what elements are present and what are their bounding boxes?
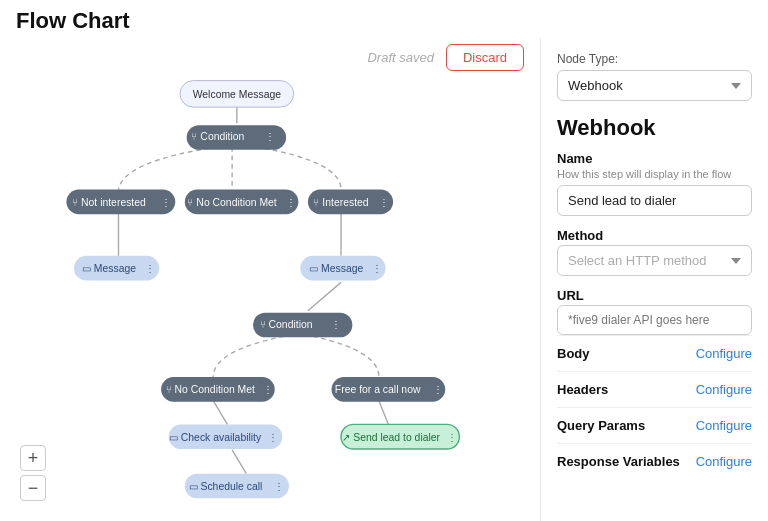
svg-text:⑂ No Condition Met: ⑂ No Condition Met bbox=[187, 197, 276, 208]
svg-text:⋮: ⋮ bbox=[263, 384, 273, 395]
svg-line-3 bbox=[308, 282, 341, 310]
body-label: Body bbox=[557, 346, 590, 361]
panel-section-title: Webhook bbox=[557, 115, 752, 141]
headers-config-row: Headers Configure bbox=[557, 371, 752, 407]
name-field-label: Name bbox=[557, 151, 752, 166]
discard-button[interactable]: Discard bbox=[446, 44, 524, 71]
name-field-hint: How this step will display in the flow bbox=[557, 168, 752, 180]
svg-text:⑂ Condition: ⑂ Condition bbox=[191, 131, 244, 142]
headers-label: Headers bbox=[557, 382, 608, 397]
svg-text:⋮: ⋮ bbox=[447, 432, 457, 443]
response-vars-label: Response Variables bbox=[557, 454, 680, 469]
query-params-label: Query Params bbox=[557, 418, 645, 433]
svg-text:⋮: ⋮ bbox=[274, 481, 284, 492]
svg-text:⑂ No Condition Met: ⑂ No Condition Met bbox=[166, 384, 255, 395]
svg-text:⋮: ⋮ bbox=[372, 263, 382, 274]
node-type-select[interactable]: Webhook bbox=[557, 70, 752, 101]
page-title: Flow Chart bbox=[16, 8, 130, 34]
svg-text:▭ Check availability: ▭ Check availability bbox=[169, 432, 262, 443]
svg-text:⋮: ⋮ bbox=[161, 197, 171, 208]
svg-text:↗ Send lead to dialer: ↗ Send lead to dialer bbox=[342, 432, 440, 443]
svg-text:⑂ Free for a call now: ⑂ Free for a call now bbox=[326, 384, 421, 395]
headers-configure-link[interactable]: Configure bbox=[696, 382, 752, 397]
header: Flow Chart bbox=[0, 0, 768, 38]
url-input[interactable] bbox=[557, 305, 752, 335]
query-params-configure-link[interactable]: Configure bbox=[696, 418, 752, 433]
canvas-toolbar: Draft saved Discard bbox=[367, 44, 524, 71]
right-panel: Node Type: Webhook Webhook Name How this… bbox=[540, 38, 768, 521]
zoom-controls: + − bbox=[20, 445, 46, 501]
svg-text:⑂ Interested: ⑂ Interested bbox=[313, 197, 368, 208]
flow-canvas: Draft saved Discard bbox=[0, 38, 540, 521]
svg-line-6 bbox=[232, 450, 246, 474]
svg-text:⑂ Not interested: ⑂ Not interested bbox=[72, 197, 146, 208]
main-layout: Draft saved Discard bbox=[0, 38, 768, 521]
url-field-label: URL bbox=[557, 288, 752, 303]
response-vars-config-row: Response Variables Configure bbox=[557, 443, 752, 479]
svg-text:▭ Message: ▭ Message bbox=[309, 263, 363, 274]
svg-line-4 bbox=[213, 401, 227, 425]
response-vars-configure-link[interactable]: Configure bbox=[696, 454, 752, 469]
svg-text:▭ Schedule call: ▭ Schedule call bbox=[189, 481, 263, 492]
body-config-row: Body Configure bbox=[557, 335, 752, 371]
svg-text:Welcome Message: Welcome Message bbox=[193, 89, 282, 100]
svg-text:⋮: ⋮ bbox=[433, 384, 443, 395]
svg-text:⋮: ⋮ bbox=[268, 432, 278, 443]
query-params-config-row: Query Params Configure bbox=[557, 407, 752, 443]
body-configure-link[interactable]: Configure bbox=[696, 346, 752, 361]
name-input[interactable] bbox=[557, 185, 752, 216]
svg-text:⑂ Condition: ⑂ Condition bbox=[260, 319, 313, 330]
svg-text:⋮: ⋮ bbox=[286, 197, 296, 208]
svg-text:▭ Message: ▭ Message bbox=[82, 263, 136, 274]
svg-text:⋮: ⋮ bbox=[331, 319, 341, 330]
zoom-out-button[interactable]: − bbox=[20, 475, 46, 501]
svg-text:⋮: ⋮ bbox=[379, 197, 389, 208]
node-type-label: Node Type: bbox=[557, 52, 752, 66]
zoom-in-button[interactable]: + bbox=[20, 445, 46, 471]
draft-saved-label: Draft saved bbox=[367, 50, 433, 65]
svg-line-5 bbox=[379, 401, 388, 425]
config-rows: Body Configure Headers Configure Query P… bbox=[557, 335, 752, 479]
svg-text:⋮: ⋮ bbox=[265, 131, 275, 142]
flow-diagram: Welcome Message ⑂ Condition ⋮ ⑂ Not inte… bbox=[0, 38, 540, 521]
method-select[interactable]: Select an HTTP method GET POST PUT DELET… bbox=[557, 245, 752, 276]
svg-text:⋮: ⋮ bbox=[145, 263, 155, 274]
method-field-label: Method bbox=[557, 228, 752, 243]
